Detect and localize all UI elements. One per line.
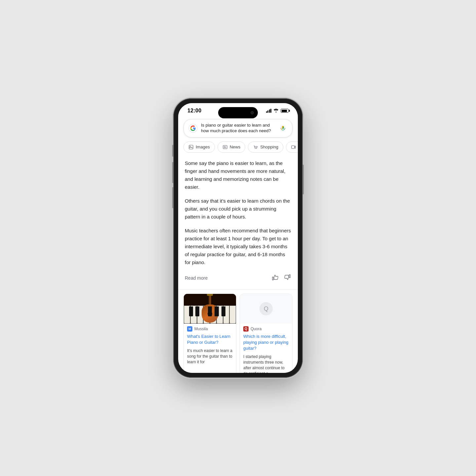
svg-point-12 — [256, 148, 257, 149]
phone-screen: 12:00 — [178, 103, 298, 373]
svg-point-11 — [255, 148, 256, 149]
card-quora-source: Q Quora — [240, 324, 292, 333]
feedback-row: Read more — [185, 272, 291, 285]
filter-tabs: Images News — [178, 141, 298, 157]
answer-paragraph-1: Some say the piano is easier to learn, a… — [185, 159, 291, 191]
quora-favicon: Q — [243, 326, 249, 332]
status-bar: 12:00 — [178, 103, 298, 116]
mussila-favicon-letter: M — [188, 327, 191, 331]
status-icons — [266, 108, 289, 113]
tab-shopping-label: Shopping — [260, 144, 278, 149]
tab-images-label: Images — [196, 144, 210, 149]
google-logo — [188, 124, 198, 133]
phone-device: 12:00 — [174, 99, 302, 377]
svg-point-6 — [190, 146, 190, 146]
power-button[interactable] — [302, 165, 304, 194]
quora-source-name: Quora — [251, 327, 261, 331]
volume-down-button[interactable] — [172, 187, 174, 208]
svg-text:Q: Q — [264, 305, 268, 312]
svg-rect-2 — [282, 126, 284, 129]
card-quora-snippet: I started playing instruments three now,… — [240, 353, 292, 373]
read-more-link[interactable]: Read more — [185, 275, 208, 281]
answer-paragraph-3: Music teachers often recommend that begi… — [185, 227, 291, 266]
search-bar[interactable]: Is piano or guitar easier to learn and h… — [183, 119, 293, 138]
news-tab-icon — [222, 144, 228, 150]
card-quora-image: Q — [240, 294, 292, 324]
camera-dot — [251, 111, 254, 114]
content-divider — [178, 289, 298, 290]
feedback-icons — [271, 274, 291, 283]
thumbs-up-button[interactable] — [271, 274, 279, 283]
card-mussila-title[interactable]: What's Easier to Learn Piano or Guitar? — [184, 333, 236, 347]
card-mussila-snippet: It's much easier to learn a song for the… — [184, 347, 236, 367]
signal-icon — [266, 109, 272, 113]
tab-news[interactable]: News — [218, 141, 246, 153]
signal-bar-1 — [266, 111, 267, 113]
images-tab-icon — [188, 144, 194, 150]
answer-section: Some say the piano is easier to learn, a… — [178, 157, 298, 289]
svg-rect-13 — [292, 145, 295, 148]
tab-shopping[interactable]: Shopping — [248, 141, 283, 153]
status-time: 12:00 — [187, 108, 201, 114]
answer-paragraph-2: Others say that it's easier to learn cho… — [185, 197, 291, 221]
mute-button[interactable] — [172, 145, 174, 157]
card-quora-title[interactable]: Which is more difficult, playing piano o… — [240, 333, 292, 354]
card-mussila[interactable]: M Mussila What's Easier to Learn Piano o… — [183, 294, 236, 373]
cards-row: M Mussila What's Easier to Learn Piano o… — [178, 294, 298, 373]
volume-up-button[interactable] — [172, 162, 174, 183]
tab-images[interactable]: Images — [183, 141, 215, 153]
tab-videos[interactable]: Vide... — [286, 141, 298, 153]
card-mussila-image — [184, 294, 236, 324]
dynamic-island — [218, 107, 258, 118]
battery-icon — [281, 109, 289, 113]
quora-favicon-letter: Q — [245, 327, 247, 331]
signal-bar-4 — [270, 109, 271, 113]
mussila-source-name: Mussila — [194, 327, 208, 331]
signal-bar-3 — [269, 109, 270, 113]
search-query-text: Is piano or guitar easier to learn and h… — [201, 123, 275, 134]
screen-content[interactable]: Is piano or guitar easier to learn and h… — [178, 116, 298, 373]
mussila-favicon: M — [187, 326, 192, 332]
shopping-tab-icon — [253, 144, 258, 150]
wifi-icon — [273, 108, 279, 113]
videos-tab-icon — [291, 144, 296, 150]
quora-placeholder-icon: Q — [258, 300, 274, 317]
signal-bar-2 — [267, 110, 268, 113]
thumbs-down-button[interactable] — [284, 274, 291, 283]
mic-icon[interactable] — [278, 124, 288, 133]
card-quora[interactable]: Q Q Quora Which is more difficult, playi… — [240, 294, 293, 373]
tab-news-label: News — [230, 144, 241, 149]
battery-fill — [282, 110, 287, 112]
card-mussila-source: M Mussila — [184, 324, 236, 333]
